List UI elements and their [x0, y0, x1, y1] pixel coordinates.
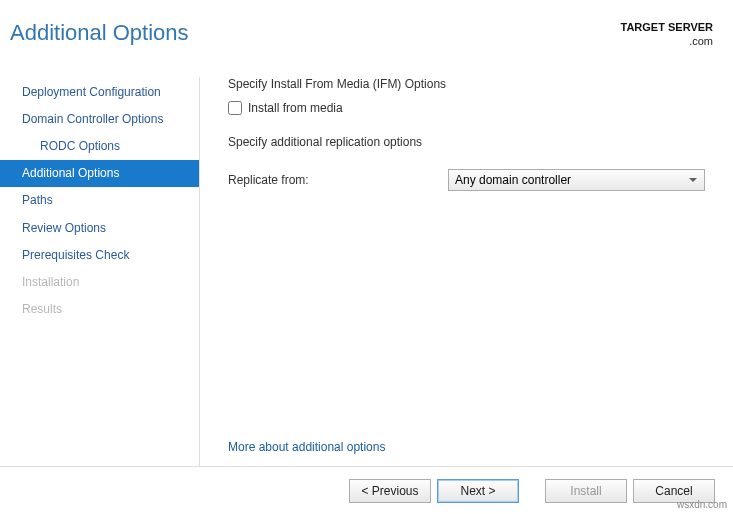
target-server-label: TARGET SERVER — [621, 20, 714, 34]
sidebar-item-paths[interactable]: Paths — [0, 187, 199, 214]
body: Deployment ConfigurationDomain Controlle… — [0, 57, 733, 466]
page-title: Additional Options — [10, 20, 189, 46]
sidebar-item-installation: Installation — [0, 269, 199, 296]
install-from-media-checkbox[interactable] — [228, 101, 242, 115]
target-server-block: TARGET SERVER .com — [621, 20, 714, 49]
header: Additional Options TARGET SERVER .com — [0, 0, 733, 57]
ifm-heading: Specify Install From Media (IFM) Options — [228, 77, 705, 91]
sidebar-item-rodc-options[interactable]: RODC Options — [0, 133, 199, 160]
wizard-sidebar: Deployment ConfigurationDomain Controlle… — [0, 77, 200, 466]
previous-button[interactable]: < Previous — [349, 479, 431, 503]
install-button: Install — [545, 479, 627, 503]
next-button[interactable]: Next > — [437, 479, 519, 503]
ifm-checkbox-row: Install from media — [228, 101, 705, 115]
replicate-from-label: Replicate from: — [228, 173, 448, 187]
sidebar-item-results: Results — [0, 296, 199, 323]
footer: < Previous Next > Install Cancel — [0, 466, 733, 514]
install-from-media-label[interactable]: Install from media — [248, 101, 343, 115]
replicate-from-select-wrap: Any domain controller — [448, 169, 705, 191]
wizard-dialog: Additional Options TARGET SERVER .com De… — [0, 0, 733, 514]
replication-heading: Specify additional replication options — [228, 135, 705, 149]
replicate-from-row: Replicate from: Any domain controller — [228, 169, 705, 191]
more-about-link[interactable]: More about additional options — [228, 440, 385, 454]
sidebar-item-domain-controller-options[interactable]: Domain Controller Options — [0, 106, 199, 133]
cancel-button[interactable]: Cancel — [633, 479, 715, 503]
sidebar-item-review-options[interactable]: Review Options — [0, 215, 199, 242]
sidebar-item-deployment-configuration[interactable]: Deployment Configuration — [0, 79, 199, 106]
target-server-name: .com — [621, 34, 714, 48]
content-panel: Specify Install From Media (IFM) Options… — [200, 77, 733, 466]
replicate-from-select[interactable]: Any domain controller — [448, 169, 705, 191]
sidebar-item-additional-options[interactable]: Additional Options — [0, 160, 199, 187]
sidebar-item-prerequisites-check[interactable]: Prerequisites Check — [0, 242, 199, 269]
